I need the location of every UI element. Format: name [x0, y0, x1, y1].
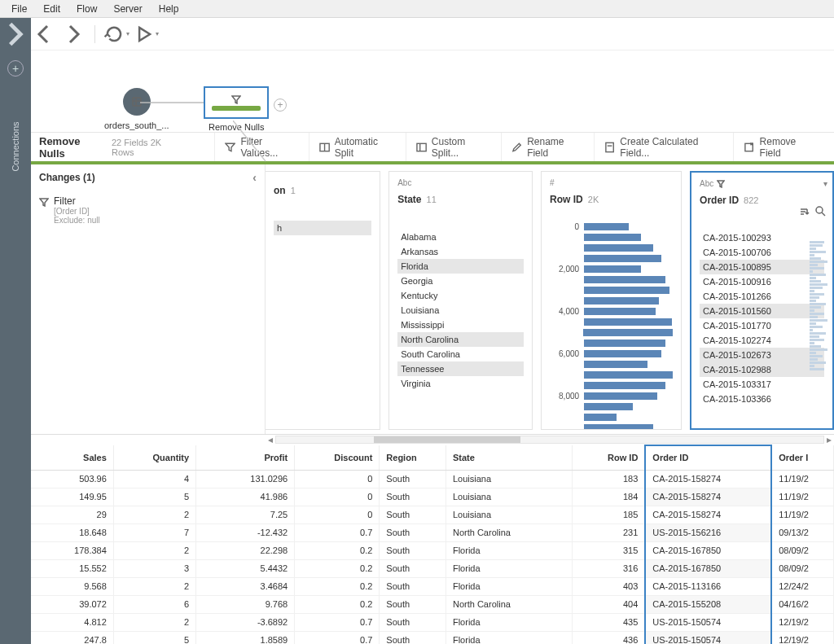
orderid-value[interactable]: CA-2015-103366 — [700, 392, 824, 406]
flow-input-node[interactable]: orders_south_... — [104, 88, 169, 130]
histogram-bar[interactable] — [546, 359, 673, 370]
flow-canvas[interactable]: orders_south_... + Remove Nulls — [31, 50, 834, 132]
profile-card-orderid[interactable]: Abc ▾ Order ID822 CA-2015-100293CA-2015-… — [690, 171, 834, 430]
table-row[interactable]: 15.55235.44320.2SouthFlorida316CA-2015-1… — [31, 559, 834, 577]
histogram-bar[interactable] — [546, 370, 673, 380]
orderid-value[interactable]: CA-2015-100895 — [700, 260, 824, 274]
sort-icon[interactable] — [798, 205, 810, 217]
state-value[interactable]: Virginia — [397, 376, 524, 391]
histogram-bar[interactable] — [546, 423, 673, 430]
histogram-bar[interactable] — [546, 412, 673, 423]
scroll-left-icon[interactable]: ◂ — [266, 435, 275, 445]
orderid-value[interactable]: CA-2015-102988 — [700, 362, 824, 377]
histogram-bar[interactable] — [546, 243, 673, 253]
menu-flow[interactable]: Flow — [68, 2, 105, 16]
remove-field-button[interactable]: Remove Field — [733, 133, 826, 161]
histogram-bar[interactable]: 2,000 — [546, 264, 673, 274]
col-state[interactable]: State — [446, 445, 572, 470]
menu-help[interactable]: Help — [151, 2, 187, 16]
orderid-value[interactable]: CA-2015-102673 — [700, 348, 824, 362]
mid-area: Changes (1) ‹ Filter [Order ID] Exclude:… — [31, 164, 834, 435]
col-orderdate[interactable]: Order I — [771, 445, 833, 470]
histogram-bar[interactable] — [546, 296, 673, 306]
histogram-bar[interactable]: 8,000 — [546, 391, 673, 401]
auto-split-button[interactable]: Automatic Split — [309, 133, 406, 161]
table-row[interactable]: 9.56823.46840.2SouthFlorida403CA-2015-11… — [31, 577, 834, 595]
table-row[interactable]: 18.6487-12.4320.7SouthNorth Carolina231U… — [31, 524, 834, 541]
back-button[interactable] — [31, 23, 57, 46]
custom-split-button[interactable]: Custom Split... — [406, 133, 501, 161]
state-value[interactable]: Kentucky — [397, 288, 524, 303]
col-orderid[interactable]: Order ID — [645, 445, 771, 470]
rename-field-button[interactable]: Rename Field — [501, 133, 594, 161]
state-value[interactable]: Georgia — [397, 274, 524, 288]
col-profit[interactable]: Profit — [196, 445, 295, 470]
histogram-bar[interactable] — [546, 253, 673, 264]
profile-card-rowid[interactable]: # Row ID2K 02,0004,0006,0008,000 — [541, 171, 682, 430]
state-value[interactable]: Tennessee — [397, 361, 524, 376]
data-grid[interactable]: Sales Quantity Profit Discount Region St… — [31, 445, 834, 644]
col-quantity[interactable]: Quantity — [113, 445, 195, 470]
table-row[interactable]: 503.964131.02960SouthLouisiana183CA-2015… — [31, 470, 834, 488]
orderid-value[interactable]: CA-2015-100706 — [700, 245, 824, 260]
table-row[interactable]: 247.851.85890.7SouthFlorida436US-2015-15… — [31, 631, 834, 644]
histogram-bar[interactable] — [546, 285, 673, 296]
histogram-bar[interactable] — [546, 274, 673, 285]
menu-edit[interactable]: Edit — [35, 2, 68, 16]
orderid-value[interactable]: CA-2015-102274 — [700, 333, 824, 348]
region-value[interactable]: h — [274, 221, 371, 235]
state-value[interactable]: Mississippi — [397, 318, 524, 332]
refresh-button[interactable]: ▾ — [103, 23, 129, 46]
histogram-bar[interactable]: 4,000 — [546, 306, 673, 317]
table-row[interactable]: 39.07269.7680.2SouthNorth Carolina404CA-… — [31, 595, 834, 613]
col-discount[interactable]: Discount — [295, 445, 380, 470]
table-row[interactable]: 149.95541.9860SouthLouisiana184CA-2015-1… — [31, 488, 834, 506]
scroll-thumb[interactable] — [374, 436, 520, 443]
create-calc-button[interactable]: Create Calculated Field... — [594, 133, 733, 161]
table-row[interactable]: 2927.250SouthLouisiana185CA-2015-1582741… — [31, 506, 834, 524]
state-value[interactable]: South Carolina — [397, 347, 524, 361]
state-value[interactable]: Louisiana — [397, 303, 524, 318]
histogram-bar[interactable]: 6,000 — [546, 348, 673, 359]
search-icon[interactable] — [814, 205, 826, 217]
histogram-bar[interactable] — [546, 232, 673, 243]
rail-expand-icon[interactable] — [0, 18, 31, 50]
change-item[interactable]: Filter — [39, 195, 257, 207]
table-row[interactable]: 178.384222.2980.2SouthFlorida315CA-2015-… — [31, 541, 834, 559]
state-value[interactable]: Florida — [397, 259, 524, 274]
menu-server[interactable]: Server — [105, 2, 150, 16]
histogram-bar[interactable] — [546, 317, 673, 327]
collapse-changes-button[interactable]: ‹ — [252, 171, 257, 184]
state-value[interactable]: North Carolina — [397, 332, 524, 347]
orderid-value[interactable]: CA-2015-101560 — [700, 304, 824, 318]
orderid-value[interactable]: CA-2015-100293 — [700, 230, 824, 245]
histogram-bar[interactable] — [546, 327, 673, 338]
col-sales[interactable]: Sales — [31, 445, 113, 470]
profile-card-state[interactable]: Abc State11 AlabamaArkansasFloridaGeorgi… — [388, 171, 533, 430]
scroll-right-icon[interactable]: ▸ — [824, 435, 834, 445]
histogram-bar[interactable] — [546, 380, 673, 391]
filter-icon — [717, 180, 725, 188]
table-row[interactable]: 4.8122-3.68920.7SouthFlorida435US-2015-1… — [31, 613, 834, 631]
card-menu-button[interactable]: ▾ — [823, 179, 827, 188]
profile-card-region[interactable]: on1 h — [266, 171, 380, 430]
histogram-bar[interactable] — [546, 338, 673, 348]
histogram-bar[interactable]: 0 — [546, 221, 673, 232]
add-step-button[interactable]: + — [274, 99, 287, 112]
orderid-value[interactable]: CA-2015-103317 — [700, 377, 824, 392]
card-title-partial: on — [274, 185, 286, 196]
add-connection-button[interactable]: + — [7, 60, 24, 77]
orderid-value[interactable]: CA-2015-100916 — [700, 274, 824, 289]
profile-scrollbar[interactable]: ◂ ▸ — [266, 435, 834, 445]
col-rowid[interactable]: Row ID — [572, 445, 645, 470]
menu-file[interactable]: File — [3, 2, 35, 16]
col-region[interactable]: Region — [380, 445, 446, 470]
state-value[interactable]: Arkansas — [397, 244, 524, 259]
orderid-value[interactable]: CA-2015-101266 — [700, 289, 824, 304]
flow-step-node[interactable] — [204, 86, 269, 119]
orderid-value[interactable]: CA-2015-101770 — [700, 318, 824, 333]
state-value[interactable]: Alabama — [397, 230, 524, 244]
run-button[interactable]: ▾ — [133, 23, 159, 46]
forward-button[interactable] — [60, 23, 86, 46]
histogram-bar[interactable] — [546, 401, 673, 412]
